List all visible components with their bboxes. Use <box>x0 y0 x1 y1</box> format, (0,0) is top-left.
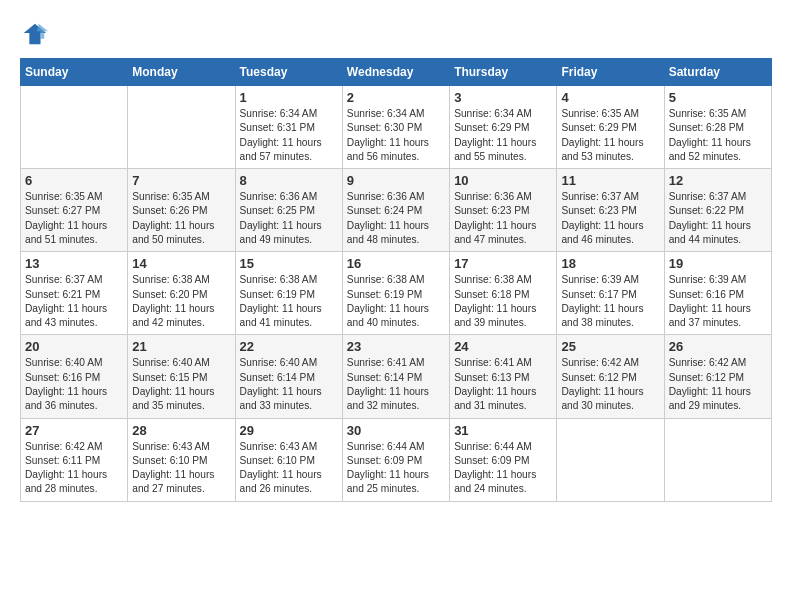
logo <box>20 20 52 48</box>
calendar-cell <box>664 418 771 501</box>
day-info: Sunrise: 6:36 AM Sunset: 6:24 PM Dayligh… <box>347 190 445 247</box>
calendar-week-row: 6Sunrise: 6:35 AM Sunset: 6:27 PM Daylig… <box>21 169 772 252</box>
calendar-cell: 31Sunrise: 6:44 AM Sunset: 6:09 PM Dayli… <box>450 418 557 501</box>
calendar-week-row: 27Sunrise: 6:42 AM Sunset: 6:11 PM Dayli… <box>21 418 772 501</box>
day-number: 28 <box>132 423 230 438</box>
calendar-cell: 4Sunrise: 6:35 AM Sunset: 6:29 PM Daylig… <box>557 86 664 169</box>
day-number: 30 <box>347 423 445 438</box>
day-number: 1 <box>240 90 338 105</box>
calendar-cell: 18Sunrise: 6:39 AM Sunset: 6:17 PM Dayli… <box>557 252 664 335</box>
day-info: Sunrise: 6:38 AM Sunset: 6:18 PM Dayligh… <box>454 273 552 330</box>
calendar-cell: 25Sunrise: 6:42 AM Sunset: 6:12 PM Dayli… <box>557 335 664 418</box>
day-info: Sunrise: 6:39 AM Sunset: 6:17 PM Dayligh… <box>561 273 659 330</box>
calendar-cell: 23Sunrise: 6:41 AM Sunset: 6:14 PM Dayli… <box>342 335 449 418</box>
calendar-cell: 8Sunrise: 6:36 AM Sunset: 6:25 PM Daylig… <box>235 169 342 252</box>
weekday-header-monday: Monday <box>128 59 235 86</box>
day-info: Sunrise: 6:38 AM Sunset: 6:20 PM Dayligh… <box>132 273 230 330</box>
calendar-table: SundayMondayTuesdayWednesdayThursdayFrid… <box>20 58 772 502</box>
day-info: Sunrise: 6:38 AM Sunset: 6:19 PM Dayligh… <box>347 273 445 330</box>
day-number: 14 <box>132 256 230 271</box>
calendar-cell: 15Sunrise: 6:38 AM Sunset: 6:19 PM Dayli… <box>235 252 342 335</box>
calendar-week-row: 13Sunrise: 6:37 AM Sunset: 6:21 PM Dayli… <box>21 252 772 335</box>
day-number: 21 <box>132 339 230 354</box>
day-number: 8 <box>240 173 338 188</box>
day-number: 2 <box>347 90 445 105</box>
day-number: 9 <box>347 173 445 188</box>
day-number: 29 <box>240 423 338 438</box>
calendar-cell: 6Sunrise: 6:35 AM Sunset: 6:27 PM Daylig… <box>21 169 128 252</box>
day-info: Sunrise: 6:35 AM Sunset: 6:26 PM Dayligh… <box>132 190 230 247</box>
logo-icon <box>20 20 48 48</box>
calendar-cell: 14Sunrise: 6:38 AM Sunset: 6:20 PM Dayli… <box>128 252 235 335</box>
day-info: Sunrise: 6:39 AM Sunset: 6:16 PM Dayligh… <box>669 273 767 330</box>
day-info: Sunrise: 6:43 AM Sunset: 6:10 PM Dayligh… <box>240 440 338 497</box>
weekday-header-row: SundayMondayTuesdayWednesdayThursdayFrid… <box>21 59 772 86</box>
calendar-cell: 17Sunrise: 6:38 AM Sunset: 6:18 PM Dayli… <box>450 252 557 335</box>
day-number: 12 <box>669 173 767 188</box>
page-header <box>20 20 772 48</box>
day-number: 19 <box>669 256 767 271</box>
calendar-cell: 1Sunrise: 6:34 AM Sunset: 6:31 PM Daylig… <box>235 86 342 169</box>
day-number: 15 <box>240 256 338 271</box>
day-number: 7 <box>132 173 230 188</box>
calendar-cell: 28Sunrise: 6:43 AM Sunset: 6:10 PM Dayli… <box>128 418 235 501</box>
day-number: 17 <box>454 256 552 271</box>
day-number: 23 <box>347 339 445 354</box>
calendar-cell <box>128 86 235 169</box>
calendar-cell: 11Sunrise: 6:37 AM Sunset: 6:23 PM Dayli… <box>557 169 664 252</box>
day-number: 18 <box>561 256 659 271</box>
day-number: 4 <box>561 90 659 105</box>
day-info: Sunrise: 6:34 AM Sunset: 6:30 PM Dayligh… <box>347 107 445 164</box>
weekday-header-thursday: Thursday <box>450 59 557 86</box>
day-number: 31 <box>454 423 552 438</box>
day-number: 6 <box>25 173 123 188</box>
weekday-header-saturday: Saturday <box>664 59 771 86</box>
calendar-cell <box>557 418 664 501</box>
day-number: 25 <box>561 339 659 354</box>
day-number: 27 <box>25 423 123 438</box>
calendar-cell: 16Sunrise: 6:38 AM Sunset: 6:19 PM Dayli… <box>342 252 449 335</box>
day-info: Sunrise: 6:37 AM Sunset: 6:23 PM Dayligh… <box>561 190 659 247</box>
calendar-cell: 2Sunrise: 6:34 AM Sunset: 6:30 PM Daylig… <box>342 86 449 169</box>
day-number: 22 <box>240 339 338 354</box>
calendar-cell: 7Sunrise: 6:35 AM Sunset: 6:26 PM Daylig… <box>128 169 235 252</box>
day-info: Sunrise: 6:35 AM Sunset: 6:29 PM Dayligh… <box>561 107 659 164</box>
day-number: 24 <box>454 339 552 354</box>
day-info: Sunrise: 6:34 AM Sunset: 6:31 PM Dayligh… <box>240 107 338 164</box>
day-number: 11 <box>561 173 659 188</box>
calendar-cell: 26Sunrise: 6:42 AM Sunset: 6:12 PM Dayli… <box>664 335 771 418</box>
day-number: 26 <box>669 339 767 354</box>
weekday-header-wednesday: Wednesday <box>342 59 449 86</box>
day-info: Sunrise: 6:34 AM Sunset: 6:29 PM Dayligh… <box>454 107 552 164</box>
day-info: Sunrise: 6:40 AM Sunset: 6:16 PM Dayligh… <box>25 356 123 413</box>
calendar-cell: 12Sunrise: 6:37 AM Sunset: 6:22 PM Dayli… <box>664 169 771 252</box>
day-number: 5 <box>669 90 767 105</box>
weekday-header-tuesday: Tuesday <box>235 59 342 86</box>
day-number: 3 <box>454 90 552 105</box>
calendar-cell: 21Sunrise: 6:40 AM Sunset: 6:15 PM Dayli… <box>128 335 235 418</box>
calendar-week-row: 20Sunrise: 6:40 AM Sunset: 6:16 PM Dayli… <box>21 335 772 418</box>
calendar-cell: 10Sunrise: 6:36 AM Sunset: 6:23 PM Dayli… <box>450 169 557 252</box>
calendar-cell: 22Sunrise: 6:40 AM Sunset: 6:14 PM Dayli… <box>235 335 342 418</box>
day-info: Sunrise: 6:36 AM Sunset: 6:23 PM Dayligh… <box>454 190 552 247</box>
calendar-week-row: 1Sunrise: 6:34 AM Sunset: 6:31 PM Daylig… <box>21 86 772 169</box>
calendar-cell: 5Sunrise: 6:35 AM Sunset: 6:28 PM Daylig… <box>664 86 771 169</box>
weekday-header-sunday: Sunday <box>21 59 128 86</box>
day-info: Sunrise: 6:37 AM Sunset: 6:22 PM Dayligh… <box>669 190 767 247</box>
day-info: Sunrise: 6:38 AM Sunset: 6:19 PM Dayligh… <box>240 273 338 330</box>
calendar-cell: 13Sunrise: 6:37 AM Sunset: 6:21 PM Dayli… <box>21 252 128 335</box>
day-number: 20 <box>25 339 123 354</box>
day-info: Sunrise: 6:40 AM Sunset: 6:14 PM Dayligh… <box>240 356 338 413</box>
calendar-cell: 3Sunrise: 6:34 AM Sunset: 6:29 PM Daylig… <box>450 86 557 169</box>
day-info: Sunrise: 6:44 AM Sunset: 6:09 PM Dayligh… <box>347 440 445 497</box>
day-info: Sunrise: 6:40 AM Sunset: 6:15 PM Dayligh… <box>132 356 230 413</box>
day-number: 10 <box>454 173 552 188</box>
calendar-cell: 20Sunrise: 6:40 AM Sunset: 6:16 PM Dayli… <box>21 335 128 418</box>
day-number: 13 <box>25 256 123 271</box>
day-info: Sunrise: 6:36 AM Sunset: 6:25 PM Dayligh… <box>240 190 338 247</box>
calendar-cell: 30Sunrise: 6:44 AM Sunset: 6:09 PM Dayli… <box>342 418 449 501</box>
day-info: Sunrise: 6:35 AM Sunset: 6:28 PM Dayligh… <box>669 107 767 164</box>
day-info: Sunrise: 6:42 AM Sunset: 6:12 PM Dayligh… <box>669 356 767 413</box>
day-info: Sunrise: 6:42 AM Sunset: 6:11 PM Dayligh… <box>25 440 123 497</box>
day-info: Sunrise: 6:42 AM Sunset: 6:12 PM Dayligh… <box>561 356 659 413</box>
